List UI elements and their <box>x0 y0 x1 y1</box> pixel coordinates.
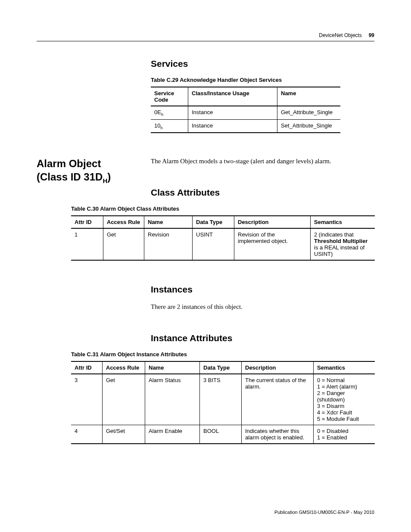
cell-name: Revision <box>144 228 193 260</box>
col-access-rule: Access Rule <box>103 216 144 228</box>
instance-attrs-table-wrap: Table C.31 Alarm Object Instance Attribu… <box>71 351 374 444</box>
cell-dtype: 3 BITS <box>200 374 242 425</box>
table-row: 4 Get/Set Alarm Enable BOOL Indicates wh… <box>71 425 375 444</box>
table-c29-caption: Table C.29 Acknowledge Handler Object Se… <box>151 77 374 83</box>
header-page-number: 99 <box>369 32 374 38</box>
page: DeviceNet Objects 99 Services Table C.29… <box>0 0 411 532</box>
cell-desc: The current status of the alarm. <box>242 374 314 425</box>
table-c31: Attr ID Access Rule Name Data Type Descr… <box>71 361 375 444</box>
cell-sem: 0 = Disabled 1 = Enabled <box>314 425 375 444</box>
cell-attr-id: 1 <box>71 228 103 260</box>
services-heading: Services <box>151 59 374 69</box>
col-data-type: Data Type <box>193 216 234 228</box>
table-row: 3 Get Alarm Status 3 BITS The current st… <box>71 374 375 425</box>
cell-name: Alarm Enable <box>145 425 200 444</box>
table-c29: Service Code Class/Instance Usage Name 0… <box>151 87 340 133</box>
cell-name: Get_Attribute_Single <box>277 106 341 119</box>
class-attributes-heading: Class Attributes <box>151 187 374 198</box>
alarm-intro-text: The Alarm Object models a two-stage (ale… <box>151 157 374 166</box>
col-name: Name <box>277 87 341 106</box>
instance-attrs-section: Instance Attributes <box>37 333 374 351</box>
cell-access: Get <box>103 228 144 260</box>
table-c30-caption: Table C.30 Alarm Object Class Attributes <box>71 205 374 212</box>
alarm-sidehead-col: Alarm Object (Class ID 31DH) <box>37 157 151 205</box>
left-margin <box>37 59 151 133</box>
alarm-object-title: Alarm Object (Class ID 31DH) <box>37 157 151 185</box>
table-row: 10h Instance Set_Attribute_Single <box>151 119 340 133</box>
cell-access: Get <box>103 374 145 425</box>
cell-attr-id: 3 <box>71 374 103 425</box>
cell-sem: 2 (indicates that Threshold Multiplier i… <box>311 228 375 260</box>
cell-usage: Instance <box>188 119 277 133</box>
services-content: Services Table C.29 Acknowledge Handler … <box>151 59 374 133</box>
cell-desc: Indicates whether this alarm object is e… <box>242 425 314 444</box>
table-row: 1 Get Revision USINT Revision of the imp… <box>71 228 375 260</box>
services-section: Services Table C.29 Acknowledge Handler … <box>37 59 374 133</box>
col-attr-id: Attr ID <box>71 216 103 228</box>
col-service-code: Service Code <box>151 87 188 106</box>
cell-access: Get/Set <box>103 425 145 444</box>
col-class-instance: Class/Instance Usage <box>188 87 277 106</box>
spacer <box>37 320 374 333</box>
cell-name: Alarm Status <box>145 374 200 425</box>
col-access-rule: Access Rule <box>103 361 145 374</box>
alarm-intro-col: The Alarm Object models a two-stage (ale… <box>151 157 374 205</box>
header-chapter: DeviceNet Objects <box>319 32 361 38</box>
cell-attr-id: 4 <box>71 425 103 444</box>
col-name: Name <box>144 216 193 228</box>
cell-name: Set_Attribute_Single <box>277 119 341 133</box>
class-attrs-table-wrap: Table C.30 Alarm Object Class Attributes… <box>71 205 374 261</box>
col-description: Description <box>242 361 314 374</box>
col-name: Name <box>145 361 200 374</box>
col-data-type: Data Type <box>200 361 242 374</box>
col-semantics: Semantics <box>314 361 375 374</box>
spacer <box>37 133 374 157</box>
cell-usage: Instance <box>188 106 277 119</box>
spacer <box>37 261 374 284</box>
cell-sem: 0 = Normal 1 = Alert (alarm) 2 = Danger … <box>314 374 375 425</box>
cell-desc: Revision of the implemented object. <box>234 228 311 260</box>
table-c31-caption: Table C.31 Alarm Object Instance Attribu… <box>71 351 374 358</box>
table-c30: Attr ID Access Rule Name Data Type Descr… <box>71 215 375 261</box>
footer-publication: Publication GMSI10-UM005C-EN-P - May 201… <box>274 510 374 515</box>
cell-dtype: USINT <box>193 228 234 260</box>
table-row: 0Eh Instance Get_Attribute_Single <box>151 106 340 119</box>
col-semantics: Semantics <box>311 216 375 228</box>
cell-dtype: BOOL <box>200 425 242 444</box>
cell-code: 10h <box>151 119 188 133</box>
alarm-section: Alarm Object (Class ID 31DH) The Alarm O… <box>37 157 374 205</box>
col-attr-id: Attr ID <box>71 361 103 374</box>
instances-section: Instances There are 2 instances of this … <box>37 284 374 320</box>
cell-code: 0Eh <box>151 106 188 119</box>
instance-attrs-heading: Instance Attributes <box>151 333 374 343</box>
instances-heading: Instances <box>151 284 374 295</box>
instances-text: There are 2 instances of this object. <box>151 302 374 311</box>
page-header: DeviceNet Objects 99 <box>37 32 374 41</box>
col-description: Description <box>234 216 311 228</box>
